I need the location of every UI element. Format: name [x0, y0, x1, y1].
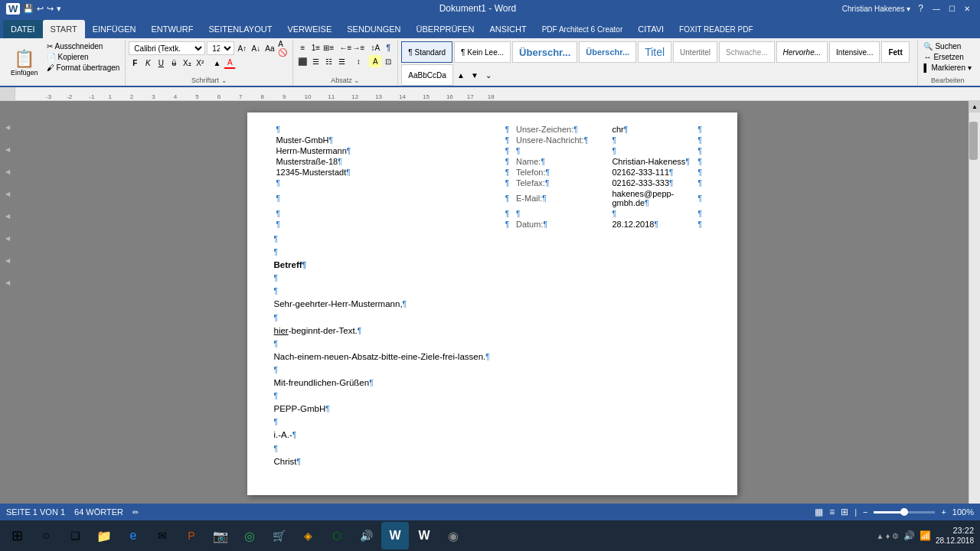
para-anrede[interactable]: Sehr-geehrter-Herr-Mustermann,¶	[274, 298, 710, 310]
increase-indent-button[interactable]: →≡	[352, 41, 364, 54]
table-cell-strasse[interactable]: Musterstraße-18¶	[274, 156, 501, 167]
document-page[interactable]: ¶ ¶ Unser-Zeichen:¶ chr¶ ¶ Muster-GmbH¶ …	[247, 112, 737, 495]
increase-font-button[interactable]: A↑	[236, 42, 248, 54]
italic-button[interactable]: K	[142, 57, 154, 69]
align-right-button[interactable]: ☷	[322, 55, 335, 67]
para-empty-10[interactable]: ¶	[274, 442, 710, 455]
audio-button[interactable]: 🔊	[352, 522, 380, 549]
para-betreff[interactable]: Betreff¶	[274, 259, 710, 271]
cut-button[interactable]: ✂Ausschneiden	[44, 41, 122, 51]
word2-taskbar-button[interactable]: W	[410, 522, 438, 549]
style-kein-leer[interactable]: ¶ Kein Lee...	[454, 41, 511, 63]
zoom-level[interactable]: 100%	[952, 507, 974, 517]
save-icon[interactable]: 💾	[23, 4, 34, 14]
para-firma[interactable]: PEPP-GmbH¶	[274, 403, 710, 415]
show-formatting-button[interactable]: ¶	[382, 41, 394, 54]
style-fett[interactable]: Fett	[881, 41, 909, 63]
style-more[interactable]: AaBbCcDa	[401, 64, 452, 86]
more-icon[interactable]: ▾	[57, 4, 61, 14]
para-empty-8[interactable]: ¶	[274, 390, 710, 402]
circle-app-button[interactable]: ◉	[439, 522, 467, 549]
style-untertitel[interactable]: Untertitel	[673, 41, 717, 63]
subscript-button[interactable]: X₂	[181, 57, 193, 69]
tab-citavi[interactable]: CITAVI	[630, 20, 671, 38]
superscript-button[interactable]: X²	[194, 57, 206, 69]
scroll-track[interactable]	[969, 112, 980, 540]
replace-button[interactable]: ↔Ersetzen	[921, 52, 974, 62]
tab-entwurf[interactable]: ENTWURF	[143, 20, 201, 38]
para-empty-9[interactable]: ¶	[274, 416, 710, 428]
styles-scroll-up[interactable]: ▲	[455, 69, 467, 81]
style-intensive[interactable]: Intensive...	[829, 41, 880, 63]
style-ueberschrift1[interactable]: Überschr...	[512, 41, 577, 63]
numbered-list-button[interactable]: 1≡	[309, 41, 322, 54]
zoom-slider[interactable]	[874, 511, 935, 514]
search-button-taskbar[interactable]: ○	[32, 522, 60, 549]
page-info[interactable]: SEITE 1 VON 1	[6, 507, 65, 517]
para-empty-2[interactable]: ¶	[274, 246, 710, 258]
undo-icon[interactable]: ↩	[37, 4, 44, 14]
para-empty-3[interactable]: ¶	[274, 272, 710, 284]
powerpoint-button[interactable]: P	[178, 522, 205, 549]
tab-start[interactable]: START	[43, 20, 85, 38]
table-cell-sender[interactable]: ¶	[274, 124, 501, 135]
tab-einfuegen[interactable]: EINFÜGEN	[85, 20, 144, 38]
decrease-font-button[interactable]: A↓	[250, 42, 262, 54]
close-button[interactable]: ✕	[960, 3, 974, 14]
undo-arrow[interactable]: ↪	[47, 4, 54, 14]
table-cell-muster-gmbh[interactable]: Muster-GmbH¶	[274, 135, 501, 145]
tab-pdf[interactable]: PDF Architect 6 Creator	[534, 20, 631, 38]
document-area[interactable]: ¶ ¶ Unser-Zeichen:¶ chr¶ ¶ Muster-GmbH¶ …	[15, 101, 969, 551]
tab-ansicht[interactable]: ANSICHT	[482, 20, 534, 38]
tab-sendungen[interactable]: SENDUNGEN	[339, 20, 408, 38]
bullet-list-button[interactable]: ≡	[296, 41, 309, 54]
view-print-icon[interactable]: ▦	[815, 507, 823, 517]
para-empty-4[interactable]: ¶	[274, 285, 710, 297]
restore-button[interactable]: ☐	[945, 3, 959, 14]
para-ia[interactable]: i.-A.-¶	[274, 429, 710, 441]
styles-expand[interactable]: ⌄	[482, 69, 495, 81]
view-web-icon[interactable]: ≡	[829, 507, 835, 517]
zoom-in-button[interactable]: +	[941, 507, 946, 517]
para-text-beginn[interactable]: hier-beginnt-der-Text.¶	[274, 324, 710, 337]
style-standard[interactable]: ¶ Standard	[401, 41, 452, 63]
para-name[interactable]: Christ¶	[274, 455, 710, 468]
table-cell-datum-value[interactable]: 28.12.2018¶	[609, 219, 697, 230]
green-app-button[interactable]: ⬡	[323, 522, 351, 549]
help-button[interactable]: ?	[918, 3, 923, 14]
tab-datei[interactable]: DATEI	[3, 20, 43, 38]
table-cell-name-value[interactable]: Christian-Hakeness¶	[609, 156, 697, 167]
table-cell-email-value[interactable]: hakenes@pepp-gmbh.de¶	[609, 188, 697, 208]
highlight-button[interactable]: ▲	[211, 57, 223, 69]
vertical-scrollbar[interactable]: ▲ ▼	[969, 101, 980, 551]
para-gruss[interactable]: Mit-freundlichen-Grüßen¶	[274, 377, 710, 389]
style-schwache[interactable]: Schwache...	[719, 41, 774, 63]
volume-icon[interactable]: 🔊	[903, 530, 915, 541]
task-view-button[interactable]: ❑	[61, 522, 89, 549]
bold-button[interactable]: F	[129, 57, 141, 69]
account-name[interactable]: Christian Hakenes ▾	[842, 5, 910, 13]
font-name-select[interactable]: Calibri (Textk.	[129, 41, 205, 55]
decrease-indent-button[interactable]: ←≡	[339, 41, 351, 54]
shading-button[interactable]: A	[369, 55, 381, 67]
clear-format-button[interactable]: A🚫	[277, 42, 289, 54]
table-cell-plz[interactable]: 12345-Musterstadt¶	[274, 167, 501, 178]
para-empty-7[interactable]: ¶	[274, 364, 710, 376]
paste-button[interactable]: 📋 Einfügen	[6, 41, 43, 84]
camera-button[interactable]: 📷	[207, 522, 234, 549]
body-text[interactable]: ¶ ¶ Betreff¶ ¶ ¶ Sehr-geehrter-Herr-Must…	[274, 233, 710, 468]
para-empty-6[interactable]: ¶	[274, 337, 710, 350]
start-button[interactable]: ⊞	[3, 522, 31, 549]
style-ueberschrift2[interactable]: Überschr...	[579, 41, 636, 63]
font-color-button[interactable]: A	[224, 57, 236, 69]
search-button[interactable]: 🔍Suchen	[921, 41, 974, 51]
minimize-button[interactable]: —	[929, 3, 943, 14]
scroll-up-button[interactable]: ▲	[969, 101, 980, 112]
table-cell-telefax-value[interactable]: 02162-333-333¶	[609, 178, 697, 188]
align-left-button[interactable]: ⬛	[296, 55, 309, 67]
sort-button[interactable]: ↕A	[369, 41, 381, 54]
para-absatz[interactable]: Nach-einem-neuen-Absatz-bitte-eine-Ziele…	[274, 350, 710, 363]
style-titel[interactable]: Titel	[638, 41, 671, 63]
copy-button[interactable]: 📄Kopieren	[44, 52, 122, 62]
tab-seitenlayout[interactable]: SEITENLAYOUT	[201, 20, 279, 38]
